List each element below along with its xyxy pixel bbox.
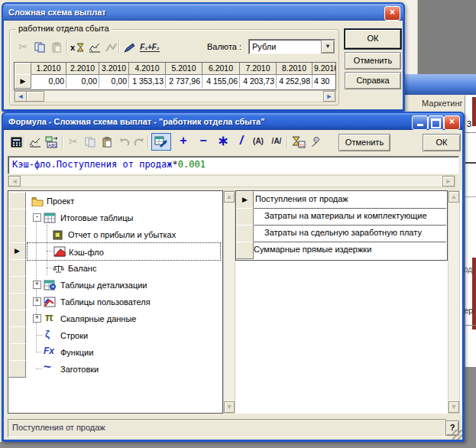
tree-gutter-cell[interactable]	[8, 343, 26, 361]
tree-item-label[interactable]: Таблицы детализации	[60, 281, 147, 290]
scroll-left-icon[interactable]: ◄	[8, 176, 21, 187]
tree-gutter-cell[interactable]	[8, 310, 26, 327]
column-header[interactable]: 9.2010	[312, 63, 336, 75]
tree-gutter-cell[interactable]	[8, 192, 26, 209]
tree-item-label[interactable]: Функции	[60, 348, 93, 357]
tree-item-user-tables[interactable]: + Таблицы пользователя	[27, 293, 221, 310]
rows-gutter-cell[interactable]: ▶	[236, 191, 254, 209]
tree-gutter-cell[interactable]	[8, 326, 26, 344]
tree-item-label[interactable]: Таблицы пользователя	[60, 297, 151, 307]
copy-icon[interactable]	[31, 39, 48, 54]
table-hscrollbar[interactable]: ◄ ►	[14, 90, 336, 102]
hourglass-table-icon[interactable]: 11	[290, 134, 307, 149]
tree-gutter-cell[interactable]	[8, 259, 26, 277]
formula-dialog-titlebar[interactable]: Формула - Сложная схема выплат - "работн…	[3, 113, 463, 130]
hourglass-x-icon[interactable]: x	[70, 39, 86, 54]
tree-gutter-cell[interactable]	[8, 276, 26, 294]
cancel-button[interactable]: Отменить	[345, 52, 401, 70]
scroll-down-icon[interactable]: ▼	[224, 401, 235, 413]
collapse-icon[interactable]: -	[33, 213, 41, 222]
tree-gutter-cell[interactable]	[8, 209, 26, 226]
close-icon[interactable]: ×	[384, 6, 400, 21]
tree-gutter-cell[interactable]	[8, 293, 26, 310]
scroll-up-icon[interactable]: ▲	[224, 191, 235, 203]
column-header[interactable]: 1.2010	[31, 63, 66, 75]
row-header[interactable]: ▶	[15, 74, 31, 89]
chart-icon[interactable]	[86, 39, 103, 54]
paste-icon[interactable]	[48, 39, 65, 54]
column-header[interactable]: 5.2010	[166, 63, 202, 75]
expand-icon[interactable]: +	[33, 281, 41, 289]
minimize-icon[interactable]	[412, 115, 428, 130]
tree-item-scalar-data[interactable]: + π Скалярные данные	[27, 310, 221, 326]
tree-gutter-cell[interactable]	[8, 226, 26, 243]
tree-item-balance[interactable]: Баланс	[27, 259, 221, 276]
list-item[interactable]: Суммарные прямые издержки	[253, 242, 446, 258]
scroll-left-icon[interactable]: ◄	[15, 91, 27, 102]
resize-grip[interactable]	[452, 430, 462, 440]
table-cell[interactable]: 0,00	[99, 75, 129, 88]
table-cell[interactable]: 4 30	[312, 75, 336, 88]
help-button[interactable]: Справка	[345, 72, 401, 89]
table-cell[interactable]: 0,00	[66, 75, 99, 88]
column-header[interactable]: 3.2010	[99, 63, 129, 75]
table-cell[interactable]: 1 353,13	[129, 75, 166, 88]
tree-gutter-cell[interactable]: ▶	[8, 242, 26, 260]
chart-icon[interactable]	[27, 134, 44, 149]
table-cell[interactable]: 4 203,73	[240, 75, 277, 88]
tree-item-profit-loss[interactable]: Отчет о прибыли и убытках	[27, 226, 221, 242]
tree-item-project[interactable]: Проект	[27, 192, 221, 209]
payment-dialog-titlebar[interactable]: Сложная схема выплат	[3, 4, 403, 21]
close-icon[interactable]: ×	[444, 115, 460, 130]
table-cell[interactable]: 0,00	[31, 75, 66, 88]
expand-icon[interactable]: +	[33, 297, 41, 306]
undo-icon[interactable]	[115, 134, 132, 149]
scroll-up-icon[interactable]: ▲	[448, 191, 459, 203]
rows-gutter-cell[interactable]	[236, 225, 254, 242]
tree-item-functions[interactable]: Fx Функции	[27, 343, 221, 360]
column-header[interactable]: 6.2010	[202, 63, 240, 75]
minus-operator-icon[interactable]: −	[195, 134, 212, 149]
formula-hscrollbar[interactable]: ◄ ►	[8, 175, 455, 187]
scroll-right-icon[interactable]: ►	[323, 91, 335, 102]
expand-icon[interactable]: +	[33, 314, 41, 323]
table-cell[interactable]: 4 155,06	[202, 75, 240, 88]
tree-item-rows[interactable]: ζ Строки	[27, 326, 221, 343]
column-header[interactable]: 7.2010	[240, 63, 277, 75]
list-item[interactable]: Поступления от продаж	[254, 191, 446, 209]
tree-item-label[interactable]: Заготовки	[60, 365, 99, 374]
column-header[interactable]: 4.2010	[129, 63, 166, 75]
multiply-operator-icon[interactable]: ∗	[215, 134, 232, 149]
cut-icon[interactable]: ✂	[15, 39, 31, 54]
chevron-down-icon[interactable]: ▼	[321, 40, 335, 54]
pencil-icon[interactable]	[121, 39, 138, 54]
tree-gutter-cell[interactable]	[8, 360, 26, 378]
ok-button[interactable]: ОК	[423, 134, 461, 151]
tree-item-label[interactable]: Строки	[60, 331, 88, 340]
maximize-icon[interactable]	[428, 115, 444, 130]
tree-item-label[interactable]: Итоговые таблицы	[60, 213, 133, 222]
table-cell[interactable]: 2 737,96	[166, 75, 202, 88]
scroll-thumb[interactable]	[26, 91, 44, 102]
parentheses-icon[interactable]: (А)	[250, 134, 267, 149]
rows-vscrollbar[interactable]: ▲ ▼	[448, 190, 460, 414]
copy-icon[interactable]	[82, 134, 99, 149]
calculator-icon[interactable]	[8, 134, 24, 149]
tree-item-label[interactable]: Кэш-фло	[69, 248, 104, 257]
tree-item-label[interactable]: Баланс	[68, 264, 96, 273]
tree-item-label[interactable]: Скалярные данные	[60, 314, 136, 323]
column-header[interactable]: 8.2010	[277, 63, 312, 75]
tree-item-detail-tables[interactable]: + Таблицы детализации	[27, 276, 221, 293]
scroll-right-icon[interactable]: ►	[442, 176, 455, 187]
list-item[interactable]: Затраты на сдельную заработную плату	[254, 225, 446, 242]
tree-item-templates[interactable]: ~ Заготовки	[27, 360, 221, 377]
rows-gutter-cell[interactable]	[236, 208, 254, 226]
plus-operator-icon[interactable]: +	[175, 134, 192, 149]
insert-reference-icon[interactable]	[151, 133, 171, 151]
column-header[interactable]: 2.2010	[66, 63, 99, 75]
divide-operator-icon[interactable]: /	[233, 134, 250, 149]
cut-icon[interactable]: ✂	[65, 134, 82, 149]
rows-gutter-cell[interactable]	[236, 242, 254, 259]
scroll-down-icon[interactable]: ▼	[448, 401, 459, 413]
f1-plus-f2-icon[interactable]: F₁+F₂	[138, 39, 161, 54]
